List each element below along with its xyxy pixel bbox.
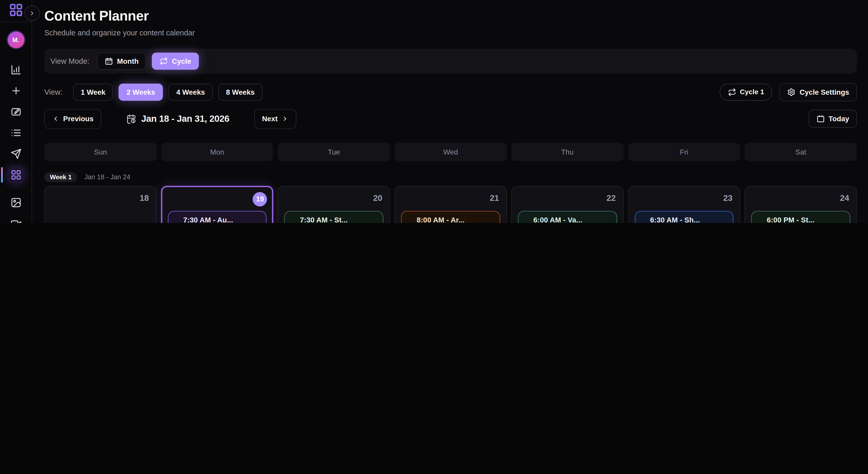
- calendar-icon: [105, 57, 113, 65]
- date-range-display: Jan 18 - Jan 31, 2026: [126, 114, 229, 124]
- day-number: 22: [607, 193, 616, 202]
- week-label-row: Week 1Jan 18 - Jan 24: [44, 172, 857, 182]
- view-8-weeks-button[interactable]: 8 Weeks: [218, 83, 262, 101]
- view-mode-label: View Mode:: [51, 57, 90, 65]
- view-selector-label: View:: [44, 88, 62, 96]
- day-cell[interactable]: 246:00 PM - St...VideoinstagramAssign Po…: [745, 186, 857, 223]
- week-range: Jan 18 - Jan 24: [84, 173, 130, 181]
- week-grid: 18197:30 AM - Au...Imagefacebook, twitte…: [44, 186, 857, 223]
- card-title: 7:30 AM - Au...: [183, 216, 260, 223]
- calendar-icon: [816, 115, 825, 123]
- day-cell[interactable]: 197:30 AM - Au...Imagefacebook, twitterA…: [161, 186, 273, 223]
- create-plus-icon: [10, 85, 21, 97]
- cycle-badge[interactable]: Cycle 1: [719, 83, 772, 101]
- list-icon: [10, 127, 21, 138]
- day-cell[interactable]: 236:30 AM - Sh...Videoinstagram, twitt..…: [628, 186, 740, 223]
- card-title: 6:00 AM - Va...: [533, 216, 611, 223]
- day-header: Wed: [395, 142, 507, 161]
- day-number: 21: [490, 193, 499, 202]
- day-header: Sat: [745, 142, 857, 161]
- active-indicator-bar: [1, 167, 3, 183]
- page-title: Content Planner: [44, 8, 857, 24]
- day-cell[interactable]: 207:30 AM - St...Imagetwitter, linkedinA…: [278, 186, 390, 223]
- next-button[interactable]: Next: [254, 109, 297, 129]
- sidebar-item-send[interactable]: [7, 146, 24, 162]
- day-number: 23: [723, 193, 733, 202]
- content-card[interactable]: 8:00 AM - Ar...TextlinkedinAssign Articl…: [401, 211, 500, 223]
- month-view-button[interactable]: Month: [97, 53, 146, 70]
- day-number: 19: [253, 192, 267, 206]
- gear-icon: [787, 88, 796, 96]
- chevron-right-icon: [281, 115, 289, 123]
- week-view-buttons: 1 Week 2 Weeks 4 Weeks 8 Weeks: [73, 83, 262, 101]
- content-card[interactable]: 7:30 AM - Au...Imagefacebook, twitterAss…: [168, 211, 267, 223]
- date-range-text: Jan 18 - Jan 31, 2026: [141, 114, 229, 124]
- card-title: 6:30 AM - Sh...: [650, 216, 727, 223]
- repeat-icon: [728, 88, 736, 96]
- sidebar-nav: [7, 61, 24, 223]
- sidebar-item-image-edit[interactable]: [7, 104, 24, 120]
- view-mode-buttons: Month Cycle: [97, 53, 199, 70]
- content-card[interactable]: 7:30 AM - St...Imagetwitter, linkedinAss…: [284, 211, 383, 223]
- card-title: 7:30 AM - St...: [300, 216, 377, 223]
- cycle-settings-button[interactable]: Cycle Settings: [780, 83, 857, 101]
- grid-logo-icon: [8, 3, 23, 17]
- page-subtitle: Schedule and organize your content calen…: [44, 29, 857, 37]
- avatar[interactable]: M.: [7, 32, 24, 48]
- view-mode-panel: View Mode: Month Cycle: [44, 49, 857, 74]
- image-edit-icon: [10, 106, 21, 117]
- main-content: Content Planner Schedule and organize yo…: [31, 0, 868, 223]
- repeat-icon: [160, 57, 168, 65]
- day-number: 24: [840, 193, 849, 202]
- view-2-weeks-button[interactable]: 2 Weeks: [119, 83, 163, 101]
- planner-grid-icon: [10, 169, 21, 180]
- cycle-view-button[interactable]: Cycle: [152, 53, 199, 70]
- day-cell[interactable]: 18: [44, 186, 156, 223]
- week-badge: Week 1: [44, 172, 77, 182]
- today-button[interactable]: Today: [809, 110, 857, 128]
- content-card[interactable]: 6:00 PM - St...VideoinstagramAssign Post: [751, 211, 850, 223]
- send-icon: [10, 148, 21, 160]
- media-image-icon: [10, 197, 21, 208]
- day-cell[interactable]: 218:00 AM - Ar...TextlinkedinAssign Arti…: [395, 186, 507, 223]
- day-headers-row: SunMonTueWedThuFriSat: [44, 142, 857, 161]
- cycle-tools: Cycle 1 Cycle Settings: [719, 83, 857, 101]
- date-navigation: Previous Jan 18 - Jan 31, 2026 Next Toda…: [44, 109, 857, 129]
- content-card[interactable]: 6:30 AM - Sh...Videoinstagram, twitt...A…: [634, 211, 734, 223]
- app-window: M. Content Planner Sche: [0, 0, 868, 223]
- day-header: Fri: [628, 142, 740, 161]
- sidebar-collapse-button[interactable]: [25, 5, 40, 21]
- previous-button[interactable]: Previous: [44, 109, 101, 129]
- sidebar-item-create[interactable]: [7, 82, 24, 99]
- sidebar: M.: [0, 0, 32, 223]
- sidebar-item-media[interactable]: [7, 194, 24, 211]
- day-header: Sun: [44, 142, 156, 161]
- card-title: 8:00 AM - Ar...: [416, 216, 494, 223]
- calendar: Week 1Jan 18 - Jan 2418197:30 AM - Au...…: [44, 172, 857, 223]
- view-4-weeks-button[interactable]: 4 Weeks: [168, 83, 213, 101]
- day-number: 18: [140, 193, 149, 202]
- sidebar-item-planner[interactable]: [7, 167, 24, 183]
- video-icon: [10, 218, 21, 223]
- card-title: 6:00 PM - St...: [767, 216, 844, 223]
- sidebar-item-analytics[interactable]: [7, 61, 24, 78]
- sidebar-divider: [0, 22, 31, 22]
- chevron-right-icon: [29, 10, 36, 16]
- chevron-left-icon: [52, 115, 59, 123]
- day-header: Tue: [278, 142, 390, 161]
- view-1-week-button[interactable]: 1 Week: [73, 83, 113, 101]
- sidebar-item-list[interactable]: [7, 125, 24, 141]
- analytics-icon: [10, 64, 21, 75]
- calendar-clock-icon: [126, 114, 136, 124]
- day-header: Thu: [511, 142, 623, 161]
- day-number: 20: [373, 193, 382, 202]
- content-card[interactable]: 6:00 AM - Va...Textinstagram, link...Ass…: [518, 211, 617, 223]
- day-header: Mon: [161, 142, 273, 161]
- view-selector-row: View: 1 Week 2 Weeks 4 Weeks 8 Weeks Cyc…: [44, 83, 857, 101]
- sidebar-item-video[interactable]: [7, 215, 24, 223]
- day-cell[interactable]: 226:00 AM - Va...Textinstagram, link...A…: [511, 186, 623, 223]
